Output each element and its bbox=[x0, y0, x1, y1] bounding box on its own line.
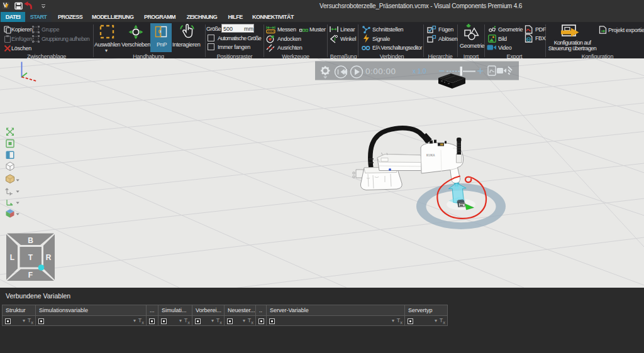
svg-text:F: F bbox=[28, 271, 33, 280]
svg-text:T: T bbox=[28, 253, 33, 262]
svg-text:R: R bbox=[46, 253, 52, 262]
svg-text:0:00:00: 0:00:00 bbox=[365, 67, 396, 76]
svg-text:KUKA: KUKA bbox=[426, 154, 435, 157]
svg-text:L: L bbox=[10, 253, 14, 262]
svg-text:x 1.0: x 1.0 bbox=[413, 68, 426, 75]
svg-text:B: B bbox=[28, 236, 33, 245]
